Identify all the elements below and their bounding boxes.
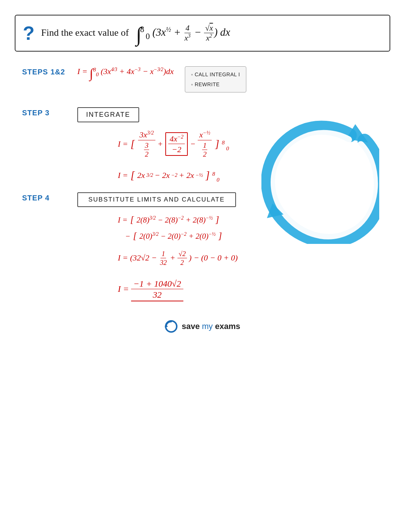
footer-save: save [182, 322, 200, 331]
integrate-button[interactable]: INTEGRATE [77, 107, 139, 122]
logo-icon [165, 320, 178, 333]
question-text: Find the exact value of ∫80 (3x½ + 4x3 −… [41, 24, 230, 43]
step-1-2-math: I = ∫80 (3x4⁄3 + 4x−3 − x−3⁄2)dx [77, 66, 174, 78]
info-box: CALL INTEGRAL I REWRITE [185, 66, 246, 92]
step-3-expr-2: I = [ 2x3/2 − 2x−2 + 2x−½ ] 8 0 [118, 169, 390, 181]
step-4-final: I = −1 + 1040√2 32 [118, 279, 390, 301]
question-box: ? Find the exact value of ∫80 (3x½ + 4x3… [15, 15, 390, 52]
page: ? Find the exact value of ∫80 (3x½ + 4x3… [0, 0, 405, 532]
info-item-1: CALL INTEGRAL I [191, 70, 240, 80]
step-3-label: STEP 3 [22, 107, 70, 117]
info-item-2: REWRITE [191, 80, 240, 90]
footer-exams: exams [215, 322, 240, 331]
step-4-label: STEP 4 [22, 192, 70, 202]
substitute-button[interactable]: SUBSTITUTE LIMITS AND CALCULATE [77, 192, 236, 207]
footer-brand: save my exams [182, 322, 240, 331]
footer: save my exams [15, 320, 390, 340]
question-icon: ? [23, 24, 35, 43]
steps-1-2-row: STEPS 1&2 I = ∫80 (3x4⁄3 + 4x−3 − x−3⁄2)… [15, 66, 390, 92]
footer-my: my [202, 322, 213, 331]
step-4-line-3: I = (32√2 − 1 32 + √2 2 ) − (0 − 0 + 0) [118, 250, 390, 267]
step-3-equations-area: I = [ 3x3/2 32 + 4x−2 −2 − x−½ 12 ] 8 0 [15, 130, 390, 181]
step-3-expr-1: I = [ 3x3/2 32 + 4x−2 −2 − x−½ 12 ] 8 0 [118, 130, 390, 158]
step-1-2-content: I = ∫80 (3x4⁄3 + 4x−3 − x−3⁄2)dx CALL IN… [77, 66, 246, 92]
step-1-2-label: STEPS 1&2 [22, 66, 70, 76]
